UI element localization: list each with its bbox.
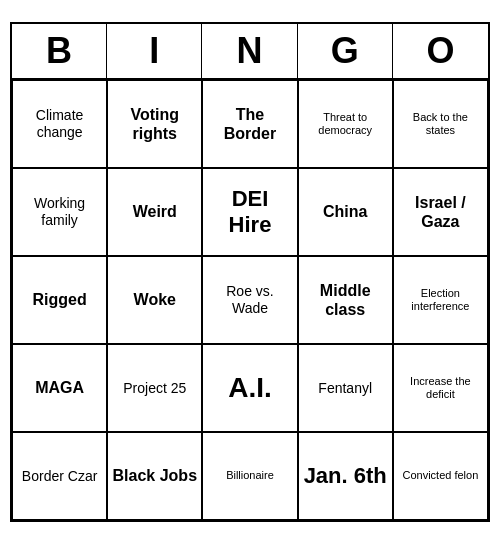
bingo-cell-4: Back to the states xyxy=(393,80,488,168)
bingo-letter-o: O xyxy=(393,24,488,78)
bingo-cell-20: Border Czar xyxy=(12,432,107,520)
bingo-cell-13: Middle class xyxy=(298,256,393,344)
bingo-cell-10: Rigged xyxy=(12,256,107,344)
bingo-cell-9: Israel / Gaza xyxy=(393,168,488,256)
bingo-cell-2: The Border xyxy=(202,80,297,168)
bingo-grid: Climate changeVoting rightsThe BorderThr… xyxy=(12,80,488,520)
bingo-cell-5: Working family xyxy=(12,168,107,256)
bingo-header: BINGO xyxy=(12,24,488,80)
bingo-cell-7: DEI Hire xyxy=(202,168,297,256)
bingo-cell-19: Increase the deficit xyxy=(393,344,488,432)
bingo-cell-6: Weird xyxy=(107,168,202,256)
bingo-cell-1: Voting rights xyxy=(107,80,202,168)
bingo-cell-0: Climate change xyxy=(12,80,107,168)
bingo-cell-22: Billionaire xyxy=(202,432,297,520)
bingo-cell-24: Convicted felon xyxy=(393,432,488,520)
bingo-cell-16: Project 25 xyxy=(107,344,202,432)
bingo-letter-g: G xyxy=(298,24,393,78)
bingo-cell-23: Jan. 6th xyxy=(298,432,393,520)
bingo-cell-3: Threat to democracy xyxy=(298,80,393,168)
bingo-cell-17: A.I. xyxy=(202,344,297,432)
bingo-cell-8: China xyxy=(298,168,393,256)
bingo-cell-15: MAGA xyxy=(12,344,107,432)
bingo-cell-14: Election interference xyxy=(393,256,488,344)
bingo-cell-18: Fentanyl xyxy=(298,344,393,432)
bingo-letter-b: B xyxy=(12,24,107,78)
bingo-cell-11: Woke xyxy=(107,256,202,344)
bingo-cell-21: Black Jobs xyxy=(107,432,202,520)
bingo-letter-i: I xyxy=(107,24,202,78)
bingo-letter-n: N xyxy=(202,24,297,78)
bingo-cell-12: Roe vs. Wade xyxy=(202,256,297,344)
bingo-card: BINGO Climate changeVoting rightsThe Bor… xyxy=(10,22,490,522)
